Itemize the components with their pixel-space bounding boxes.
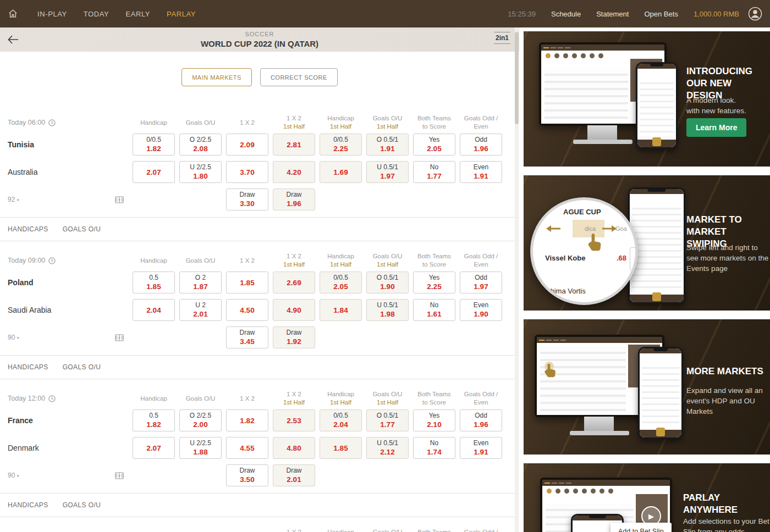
column-header: Goals Odd /Even xyxy=(460,528,502,532)
odds-cell[interactable]: 0/0.52.05 xyxy=(320,271,362,293)
goals-ou-link[interactable]: GOALS O/U xyxy=(63,501,101,509)
handicaps-link[interactable]: HANDICAPS xyxy=(8,501,48,509)
odds-cell[interactable]: U 2/2.51.88 xyxy=(179,437,222,459)
odds-cell[interactable]: U 0.5/12.12 xyxy=(366,437,409,459)
more-markets-count[interactable]: 90 xyxy=(8,334,15,341)
correct-score-button[interactable]: CORRECT SCORE xyxy=(260,68,338,86)
column-header: Handicap xyxy=(133,395,175,403)
odds-cell[interactable]: 0.51.85 xyxy=(133,271,175,293)
nav-link-open-bets[interactable]: Open Bets xyxy=(644,10,678,18)
learn-more-button[interactable]: Learn More xyxy=(686,118,746,137)
banner-parlay-anywhere[interactable]: ▶ Add to Bet Slip PARLAY ANYWHERE Add se… xyxy=(524,463,770,532)
odds-cell[interactable]: O 2/2.52.08 xyxy=(179,134,222,156)
back-arrow-icon[interactable] xyxy=(8,35,19,46)
odds-cell[interactable]: 2.81 xyxy=(273,134,315,156)
odds-value: 1.88 xyxy=(193,447,207,457)
more-markets-count[interactable]: 92 xyxy=(8,196,15,203)
odds-line: Draw xyxy=(286,191,301,199)
odds-cell[interactable]: 2.53 xyxy=(273,409,315,431)
odds-cell[interactable]: 2.04 xyxy=(133,299,175,321)
odds-cell[interactable]: Draw3.30 xyxy=(226,189,268,210)
scrollbar-thumb[interactable] xyxy=(515,32,519,124)
odds-cell[interactable]: 1.85 xyxy=(226,271,268,293)
banner-more-markets[interactable]: MORE MARKETS Expand and view all an even… xyxy=(524,319,770,455)
odds-cell[interactable]: 4.20 xyxy=(273,161,315,183)
odds-line: Odd xyxy=(475,274,487,282)
odds-cell[interactable]: Draw2.01 xyxy=(273,464,315,486)
odds-cell[interactable]: O 2/2.52.00 xyxy=(179,409,222,431)
column-header-line: Both Teams xyxy=(413,114,455,123)
odds-cell[interactable]: O 21.87 xyxy=(179,271,222,293)
odds-cell[interactable]: No1.74 xyxy=(413,437,455,459)
nav-link-schedule[interactable]: Schedule xyxy=(551,10,581,18)
odds-cell[interactable]: 1.84 xyxy=(320,299,362,321)
odds-cell[interactable]: 1.82 xyxy=(226,409,268,431)
banner-market-swiping[interactable]: AGUE CUP dica Goa Vissel Kobe .68 O 2/ 1… xyxy=(524,175,770,311)
odds-cell[interactable]: 0/0.52.25 xyxy=(320,134,362,156)
odds-cell[interactable]: 3.70 xyxy=(226,161,268,183)
column-header-line: Goals Odd / xyxy=(460,252,502,261)
odds-cell[interactable]: No1.77 xyxy=(413,161,455,183)
odds-cell[interactable]: O 0.5/11.90 xyxy=(366,271,409,293)
home-icon[interactable] xyxy=(8,9,21,19)
two-in-one-toggle[interactable]: 2in1 xyxy=(494,32,510,44)
goals-ou-link[interactable]: GOALS O/U xyxy=(63,225,101,233)
odds-cell[interactable]: O 0.5/11.91 xyxy=(366,134,409,156)
odds-cell[interactable]: Odd1.97 xyxy=(460,271,502,293)
odds-cell[interactable]: Draw3.50 xyxy=(226,464,268,486)
odds-cell[interactable]: No1.61 xyxy=(413,299,455,321)
odds-cell[interactable]: Yes2.25 xyxy=(413,271,455,293)
odds-cell[interactable]: Even1.91 xyxy=(460,161,502,183)
odds-cell[interactable]: 4.80 xyxy=(273,437,315,459)
odds-cell[interactable]: Yes2.10 xyxy=(413,409,455,431)
nav-item-today[interactable]: TODAY xyxy=(84,10,109,18)
odds-cell[interactable]: Yes2.05 xyxy=(413,134,455,156)
handicaps-link[interactable]: HANDICAPS xyxy=(8,225,48,233)
odds-cell[interactable]: Odd1.96 xyxy=(460,409,502,431)
odds-cell[interactable]: Even1.90 xyxy=(460,299,502,321)
odds-cell[interactable]: 0.51.82 xyxy=(133,409,175,431)
odds-cell[interactable]: 0/0.52.04 xyxy=(320,409,362,431)
odds-cell[interactable]: 2.09 xyxy=(226,134,268,156)
pitch-icon[interactable] xyxy=(115,196,124,203)
odds-cell[interactable]: U 22.01 xyxy=(179,299,222,321)
odds-cell[interactable]: 1.85 xyxy=(320,437,362,459)
nav-item-parlay[interactable]: PARLAY xyxy=(167,10,196,18)
nav-item-early[interactable]: EARLY xyxy=(125,10,150,18)
odds-cell[interactable]: Odd1.96 xyxy=(460,134,502,156)
handicaps-link[interactable]: HANDICAPS xyxy=(8,363,48,371)
main-scrollbar[interactable] xyxy=(515,27,519,532)
odds-cell[interactable]: Draw3.45 xyxy=(226,326,268,348)
odds-cell[interactable]: 0/0.51.82 xyxy=(133,134,175,156)
banner-new-design[interactable]: INTRODUCING OUR NEW DESIGN A modern look… xyxy=(524,31,770,167)
odds-cell[interactable]: Draw1.92 xyxy=(273,326,315,348)
odds-cell[interactable]: O 0.5/11.77 xyxy=(366,409,409,431)
odds-cell[interactable]: 1.69 xyxy=(320,161,362,183)
odds-cell[interactable]: Even1.91 xyxy=(460,437,502,459)
odds-value: 1.82 xyxy=(240,416,254,425)
pitch-icon[interactable] xyxy=(115,472,124,479)
column-header-line: 1 X 2 xyxy=(226,119,268,127)
account-balance[interactable]: 1,000.00 RMB xyxy=(694,10,739,18)
odds-cell[interactable]: 4.50 xyxy=(226,299,268,321)
user-avatar-icon[interactable] xyxy=(748,7,762,21)
odds-value: 1.77 xyxy=(427,171,441,181)
monitor-stand xyxy=(584,417,614,431)
more-markets-count[interactable]: 90 xyxy=(8,472,15,479)
odds-cell[interactable]: U 2/2.51.80 xyxy=(179,161,222,183)
odds-cell[interactable]: U 0.5/11.98 xyxy=(366,299,409,321)
odds-value: 1.77 xyxy=(380,420,394,429)
odds-cell[interactable]: Draw1.96 xyxy=(273,189,315,210)
pitch-icon[interactable] xyxy=(115,334,124,341)
odds-cell[interactable]: 2.07 xyxy=(133,161,175,183)
odds-cell[interactable]: 2.69 xyxy=(273,271,315,293)
nav-link-statement[interactable]: Statement xyxy=(596,10,629,18)
odds-line: O 0.5/1 xyxy=(377,274,398,282)
odds-cell[interactable]: 4.55 xyxy=(226,437,268,459)
nav-item-inplay[interactable]: IN-PLAY xyxy=(37,10,67,18)
goals-ou-link[interactable]: GOALS O/U xyxy=(63,363,101,371)
odds-cell[interactable]: U 0.5/11.97 xyxy=(366,161,409,183)
odds-cell[interactable]: 2.07 xyxy=(133,437,175,459)
main-markets-button[interactable]: MAIN MARKETS xyxy=(182,68,252,86)
odds-cell[interactable]: 4.90 xyxy=(273,299,315,321)
